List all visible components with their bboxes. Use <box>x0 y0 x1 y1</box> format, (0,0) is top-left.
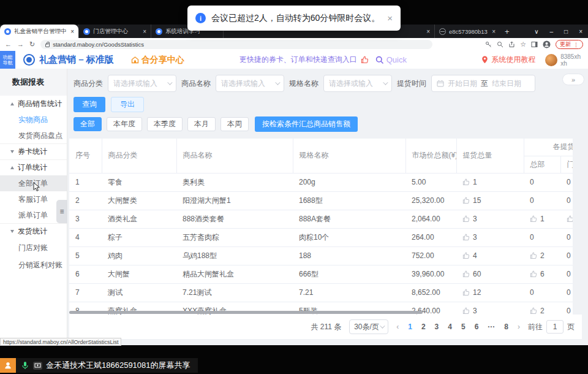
period-tab-month[interactable]: 本月 <box>187 117 216 131</box>
globe-icon <box>439 28 446 35</box>
pickup-count-link[interactable]: 4 <box>462 251 524 260</box>
sidebar-item-shipment-inventory[interactable]: 发货商品盘点 <box>0 128 67 143</box>
scrollbar-thumb[interactable] <box>69 311 423 314</box>
col-header-store: 门店 <box>560 156 573 173</box>
pickup-count-link[interactable]: 1 <box>530 215 560 223</box>
sidebar-item-label: 分销返利对账 <box>18 260 62 270</box>
participant-icon <box>0 358 16 373</box>
profile-icon[interactable] <box>543 40 551 48</box>
pickup-count-link[interactable]: 3 <box>462 215 524 223</box>
pickup-count: 12 <box>473 288 481 297</box>
forward-icon[interactable]: → <box>17 41 24 48</box>
side-panel-icon[interactable] <box>531 41 538 48</box>
sidebar-group-order-stats[interactable]: 订单统计 <box>0 159 67 175</box>
period-tab-year[interactable]: 本年度 <box>107 117 142 131</box>
tab-close-icon[interactable]: × <box>143 28 146 35</box>
tab-close-icon[interactable]: × <box>492 28 496 35</box>
table-cell: 2,064.00 <box>405 210 456 228</box>
page-goto-input[interactable] <box>546 320 564 334</box>
function-nav-button[interactable]: 功能 导航 <box>0 51 15 69</box>
search-button[interactable]: 查询 <box>74 97 105 112</box>
summary-button[interactable]: 按检索条件汇总商品销售额 <box>255 116 358 132</box>
sidebar-group-coupon-stats[interactable]: 券卡统计 <box>0 143 67 159</box>
search-icon[interactable] <box>497 41 503 48</box>
page-number-2[interactable]: 2 <box>421 322 426 331</box>
expand-filters-button[interactable]: » <box>562 74 584 85</box>
pickup-count-link[interactable]: 3 <box>462 233 524 242</box>
tab-store-admin[interactable]: 门店管理中心 × <box>78 25 151 38</box>
key-icon[interactable] <box>485 41 492 48</box>
page-number-1[interactable]: 1 <box>408 322 412 331</box>
page-numbers: ‹ 1 2 3 4 5 6 ··· 8 › <box>396 322 520 331</box>
reload-icon[interactable]: ↻ <box>29 41 35 48</box>
tab-close-icon[interactable]: × <box>426 28 430 35</box>
pickup-count-link[interactable]: 6 <box>530 270 560 278</box>
prev-page-button[interactable]: ‹ <box>396 322 399 331</box>
pickup-count-link[interactable]: 15 <box>462 196 524 205</box>
page-number-3[interactable]: 3 <box>435 322 439 331</box>
tab-title: 礼盒营销平台管理中心 <box>14 28 66 36</box>
chrome-update-button[interactable]: 更新 ⋮ <box>556 40 583 49</box>
table-row: 6 大闸蟹 精品大闸蟹礼盒 666型 39,960.00 60 6 0 <box>69 265 573 283</box>
next-page-button[interactable]: › <box>518 322 520 331</box>
page-number-4[interactable]: 4 <box>448 322 452 331</box>
category-select[interactable]: 请选择或输入 <box>108 75 176 92</box>
sidebar-item-rebate-reconciliation[interactable]: 分销返利对账 <box>0 256 67 273</box>
maximize-button[interactable]: □ <box>559 28 573 35</box>
sidebar-group-shipping-stats[interactable]: 发货统计 <box>0 223 67 239</box>
pickup-count-link[interactable]: 1 <box>462 178 524 186</box>
table-cell: 3 <box>69 210 102 228</box>
table-cell: 大闸蟹类 <box>102 191 176 210</box>
pickup-count-link[interactable]: 60 <box>462 270 524 278</box>
new-tab-button[interactable]: + <box>500 25 514 38</box>
brand-logo <box>23 54 35 66</box>
kebab-menu-icon: ⋮ <box>573 42 579 48</box>
table-cell <box>560 210 573 228</box>
date-range-picker[interactable]: 开始日期 至 结束日期 <box>431 75 535 92</box>
user-avatar[interactable] <box>545 54 557 66</box>
tab-search-icon[interactable]: ∨ <box>529 28 544 35</box>
address-bar[interactable]: standard.maboy.cn/GoodsStatistics <box>40 40 432 49</box>
bookmark-star-icon[interactable]: ☆ <box>520 41 526 48</box>
pickup-count-link[interactable] <box>567 215 573 223</box>
share-center-link[interactable]: 合分享中心 <box>131 55 184 66</box>
tutorial-link[interactable]: 系统使用教程 <box>491 55 535 65</box>
share-icon[interactable] <box>508 41 515 48</box>
page-number-8[interactable]: 8 <box>504 322 508 331</box>
sidebar-collapse-handle[interactable]: ≡ <box>56 200 67 223</box>
user-name-sub: xh <box>560 60 581 67</box>
table-cell: 3 <box>456 210 524 228</box>
back-icon[interactable]: ← <box>5 41 12 48</box>
sidebar-item-physical-goods[interactable]: 实物商品 <box>0 112 67 128</box>
quick-label[interactable]: Quick <box>386 55 407 64</box>
sidebar-group-goods-sales[interactable]: 商品销售统计 <box>0 96 67 112</box>
period-tab-week[interactable]: 本周 <box>221 117 249 131</box>
close-window-button[interactable]: × <box>573 28 588 35</box>
tab-hash-page[interactable]: e8c573980b1328a258fd2e6f8 × <box>434 25 500 38</box>
quick-search-icon[interactable] <box>375 56 384 64</box>
sidebar-item-label: 商品销售统计 <box>18 99 62 109</box>
thumb-up-icon <box>462 215 470 223</box>
period-tab-quarter[interactable]: 本季度 <box>147 117 183 131</box>
goods-stats-table-panel: 序号 商品分类 商品名称 规格名称 市场价总额(¥) 提货总量 各提货渠道 总部… <box>69 139 573 315</box>
period-tab-all[interactable]: 全部 <box>74 117 102 131</box>
pickup-count-link[interactable]: 2 <box>530 251 560 260</box>
page-number-6[interactable]: 6 <box>475 322 479 331</box>
page-number-5[interactable]: 5 <box>461 322 466 331</box>
filter-bar: 商品分类 请选择或输入 商品名称 请选择或输入 规格名称 请选择或输入 提货时间… <box>74 75 535 92</box>
page-ellipsis[interactable]: ··· <box>488 322 495 331</box>
page-size-select[interactable]: 30条/页 <box>349 319 388 334</box>
tab-gift-admin[interactable]: 礼盒营销平台管理中心 × <box>0 25 78 38</box>
table-cell: 1688型 <box>293 191 405 210</box>
minimize-button[interactable]: – <box>545 28 559 35</box>
horizontal-scrollbar[interactable] <box>69 311 573 314</box>
table-cell: 7 <box>69 283 102 302</box>
pickup-count-link[interactable]: 12 <box>462 288 524 297</box>
product-name-select[interactable]: 请选择或输入 <box>216 75 284 92</box>
export-button[interactable]: 导出 <box>111 97 144 112</box>
window-controls: ∨ – □ × <box>529 25 588 38</box>
spec-select[interactable]: 请选择或输入 <box>323 75 392 92</box>
toast-close-icon[interactable]: × <box>387 13 393 23</box>
sidebar-item-store-reconciliation[interactable]: 门店对账 <box>0 239 67 256</box>
tab-close-icon[interactable]: × <box>70 28 74 35</box>
